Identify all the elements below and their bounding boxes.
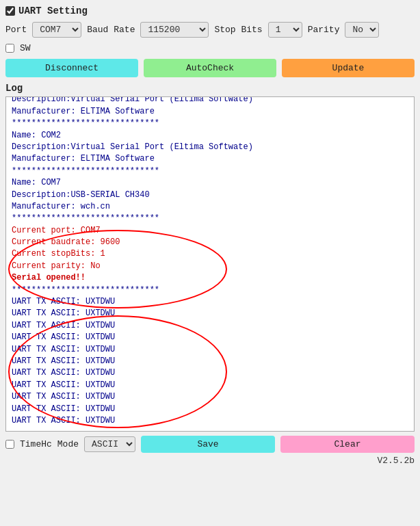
log-line: Description:Virtual Serial Port (Eltima … <box>12 142 408 153</box>
log-line: UART TX ASCII: UXTDWU <box>12 404 408 415</box>
log-box[interactable]: Name: COM1Description:Virtual Serial Por… <box>5 96 415 432</box>
mode-select[interactable]: ASCII HEX <box>84 436 135 452</box>
port-label: Port <box>5 25 27 35</box>
log-wrapper: Name: COM1Description:Virtual Serial Por… <box>5 96 415 432</box>
log-line: Name: COM2 <box>12 130 408 142</box>
log-line: Manufacturer: ELTIMA Software <box>12 106 408 118</box>
timehc-checkbox[interactable] <box>5 440 14 449</box>
uart-config-row: Port COM7 Baud Rate 115200 Stop Bits 1 P… <box>5 22 415 38</box>
stop-bits-select[interactable]: 1 <box>268 22 302 38</box>
log-line: UART TX ASCII: UXTDWU <box>12 391 408 403</box>
log-line: Current stopBits: 1 <box>12 248 408 260</box>
update-button[interactable]: Update <box>282 59 415 77</box>
sw-label: SW <box>20 43 31 53</box>
action-buttons-row: Disconnect AutoCheck Update <box>5 59 415 77</box>
uart-setting-title: UART Setting <box>18 5 88 16</box>
log-line: UART TX ASCII: UXTDWU <box>12 332 408 343</box>
uart-setting-header: UART Setting <box>5 5 415 16</box>
log-line: UART TX ASCII: UXTDWU <box>12 415 408 427</box>
sw-row: SW <box>5 43 415 53</box>
log-line: Name: COM7 <box>12 177 408 189</box>
timehc-label: TimeHc <box>20 439 52 449</box>
baud-label: Baud Rate <box>87 25 135 35</box>
log-line: UART TX ASCII: UXTDWU <box>12 380 408 391</box>
log-line: Manufacturer: wch.cn <box>12 201 408 213</box>
uart-setting-checkbox[interactable] <box>5 6 15 16</box>
version-row: V2.5.2b <box>5 456 415 466</box>
disconnect-button[interactable]: Disconnect <box>5 59 138 77</box>
log-line: UART TX ASCII: UXTDWU <box>12 367 408 379</box>
stop-bits-label: Stop Bits <box>214 25 262 35</box>
log-line: Description:USB-SERIAL CH340 <box>12 189 408 201</box>
log-line: Current port: COM7 <box>12 225 408 237</box>
parity-label: Parity <box>308 25 340 35</box>
sw-checkbox[interactable] <box>5 44 14 53</box>
log-line: UART TX ASCII: UXTDWU <box>12 308 408 319</box>
log-line: ****************************** <box>12 285 408 296</box>
log-line: ****************************** <box>12 118 408 129</box>
port-select[interactable]: COM7 <box>32 22 81 38</box>
save-button[interactable]: Save <box>141 436 275 453</box>
log-line: Current baudrate: 9600 <box>12 237 408 248</box>
bottom-row: TimeHc Mode ASCII HEX Save Clear <box>5 436 415 453</box>
clear-button[interactable]: Clear <box>280 436 415 453</box>
main-container: UART Setting Port COM7 Baud Rate 115200 … <box>5 5 415 466</box>
log-line: UART TX ASCII: UXTDWU <box>12 344 408 356</box>
autocheck-button[interactable]: AutoCheck <box>144 59 276 77</box>
mode-label: Mode <box>57 439 79 449</box>
log-line: UART TX ASCII: UXTDWU <box>12 320 408 332</box>
log-line: ****************************** <box>12 166 408 177</box>
baud-select[interactable]: 115200 <box>140 22 209 38</box>
log-line: Current parity: No <box>12 261 408 272</box>
parity-select[interactable]: No <box>345 22 379 38</box>
log-line: UART TX ASCII: UXTDWU <box>12 356 408 367</box>
log-line: UART TX ASCII: UXTDWU <box>12 296 408 308</box>
log-line: Description:Virtual Serial Port (Eltima … <box>12 96 408 106</box>
log-line: Manufacturer: ELTIMA Software <box>12 153 408 165</box>
log-line: ****************************** <box>12 213 408 224</box>
log-line: Serial opened!! <box>12 272 408 284</box>
log-title: Log <box>5 83 415 94</box>
version-label: V2.5.2b <box>377 456 415 466</box>
